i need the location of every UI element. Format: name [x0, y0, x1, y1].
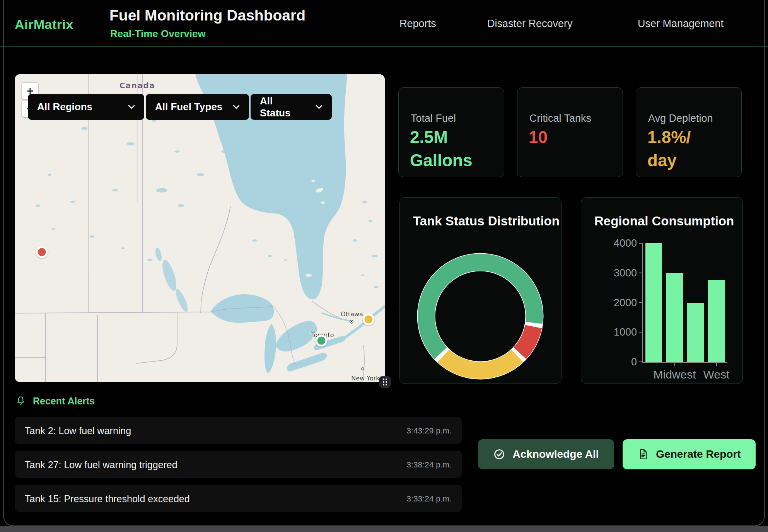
nav-item-disaster-recovery[interactable]: Disaster Recovery [487, 18, 573, 30]
nav-item-user-management[interactable]: User Management [638, 18, 724, 30]
fuel-monitoring-dashboard: AirMatrix Fuel Monitoring Dashboard Real… [0, 0, 768, 532]
alert-message: Tank 2: Low fuel warning [25, 425, 131, 437]
status-filter-dropdown[interactable]: All Status [251, 94, 332, 120]
fuel-tank-map[interactable]: Canada Ottawa Toronto New York − + All R… [15, 74, 385, 382]
y-axis-tick [639, 302, 642, 303]
status-filter-value: All Status [260, 95, 305, 119]
recent-alerts-header: Recent Alerts [15, 395, 95, 407]
bell-icon [15, 395, 26, 407]
map-marker-warning[interactable] [363, 314, 375, 326]
bar-south[interactable] [687, 303, 704, 362]
page-subtitle: Real-Time Overview [110, 28, 206, 40]
fuel-type-filter-value: All Fuel Types [155, 101, 222, 113]
stat-value-avg-depletion: 1.8%/day [647, 126, 691, 172]
map-resize-grip-icon[interactable] [379, 376, 391, 388]
x-axis-line [642, 362, 727, 363]
acknowledge-all-button[interactable]: Acknowledge All [478, 439, 614, 469]
nav-item-reports[interactable]: Reports [399, 18, 436, 30]
tank-status-donut-chart[interactable] [400, 198, 561, 384]
y-axis-tick-label: 1000 [597, 326, 637, 338]
stat-value-total-fuel: 2.5MGallons [410, 126, 472, 172]
check-circle-icon [493, 448, 505, 460]
country-label-canada: Canada [119, 81, 155, 90]
alert-row[interactable]: Tank 2: Low fuel warning 3:43:29 p.m. [15, 417, 462, 444]
y-axis-tick-label: 0 [597, 356, 637, 368]
y-axis-tick [639, 361, 642, 362]
top-navigation-bar: AirMatrix Fuel Monitoring Dashboard Real… [0, 0, 768, 47]
bar-midwest[interactable] [666, 273, 683, 362]
stat-label: Avg Depletion [648, 113, 713, 124]
alert-message: Tank 15: Pressure threshold exceeded [25, 493, 190, 505]
tank-status-distribution-card: Tank Status Distribution [399, 197, 561, 384]
alert-row[interactable]: Tank 15: Pressure threshold exceeded 3:3… [15, 485, 462, 512]
bar-northeast[interactable] [645, 243, 662, 362]
regional-consumption-bar-chart[interactable]: 01000200030004000MidwestWest [581, 198, 743, 384]
chevron-down-icon [305, 105, 323, 109]
stat-value-critical-tanks: 10 [529, 126, 548, 149]
stat-card-critical-tanks: Critical Tanks 10 [517, 87, 623, 177]
stat-label: Critical Tanks [529, 113, 591, 124]
regional-consumption-card: Regional Consumption 01000200030004000Mi… [581, 197, 743, 384]
generate-report-label: Generate Report [656, 448, 741, 460]
recent-alerts-title: Recent Alerts [33, 396, 95, 407]
alert-row[interactable]: Tank 27: Low fuel warning triggered 3:38… [15, 451, 462, 478]
chevron-down-icon [118, 105, 135, 109]
stat-card-total-fuel: Total Fuel 2.5MGallons [398, 87, 504, 177]
y-axis-tick-label: 2000 [597, 297, 637, 309]
generate-report-button[interactable]: Generate Report [623, 439, 756, 469]
bar-west[interactable] [708, 280, 725, 362]
y-axis-tick [639, 243, 642, 244]
basemap-canada: Canada Ottawa Toronto New York [15, 74, 385, 382]
alert-timestamp: 3:33:24 p.m. [406, 494, 452, 503]
map-filter-bar: All Regions All Fuel Types All Status [28, 94, 332, 120]
fuel-type-filter-dropdown[interactable]: All Fuel Types [146, 94, 249, 120]
city-label-ottawa: Ottawa [341, 310, 363, 318]
region-filter-value: All Regions [37, 101, 92, 113]
y-axis-tick [639, 332, 642, 332]
region-filter-dropdown[interactable]: All Regions [28, 94, 144, 120]
acknowledge-all-label: Acknowledge All [512, 448, 599, 460]
y-axis-tick [639, 273, 642, 273]
alert-message: Tank 27: Low fuel warning triggered [25, 459, 177, 471]
stat-label: Total Fuel [411, 113, 456, 124]
x-axis-tick [716, 363, 717, 366]
map-marker-critical[interactable] [36, 246, 48, 258]
y-axis-tick-label: 4000 [597, 237, 637, 249]
stat-card-avg-depletion: Avg Depletion 1.8%/day [636, 87, 742, 177]
city-label-new-york: New York [351, 375, 380, 382]
brand-logo: AirMatrix [15, 17, 73, 32]
y-axis-line [642, 243, 643, 363]
chevron-down-icon [223, 105, 240, 109]
map-marker-normal[interactable] [316, 335, 328, 347]
x-axis-tick [674, 363, 675, 366]
x-axis-tick-label: West [688, 368, 743, 381]
alert-timestamp: 3:38:24 p.m. [406, 460, 452, 469]
bottom-bar [0, 526, 768, 532]
y-axis-tick-label: 3000 [597, 267, 637, 279]
page-title: Fuel Monitoring Dashboard [109, 7, 305, 24]
document-icon [637, 448, 649, 460]
alert-timestamp: 3:43:29 p.m. [406, 426, 452, 435]
